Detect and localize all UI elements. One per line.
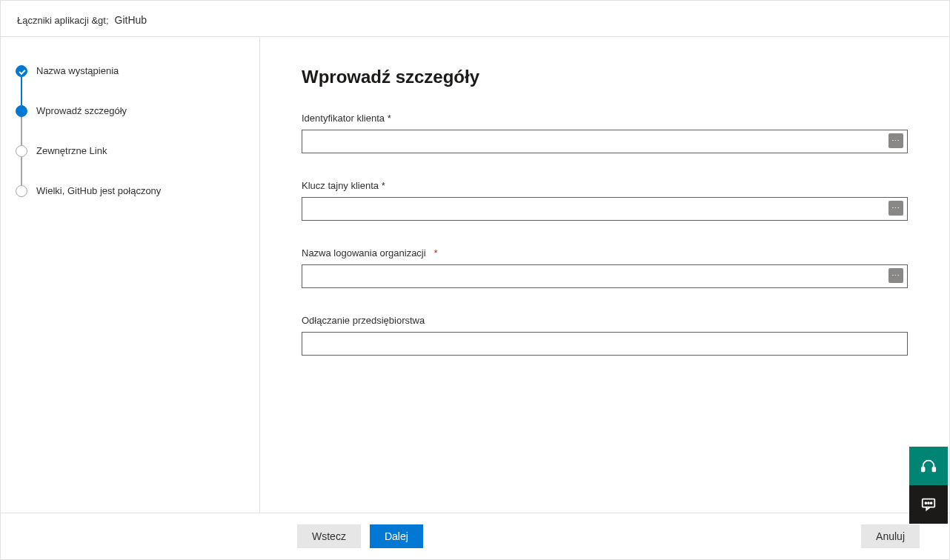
- client-secret-label: Klucz tajny klienta *: [302, 180, 908, 191]
- step-pending-icon: [16, 185, 27, 197]
- input-wrapper: ⋯: [302, 130, 908, 153]
- svg-point-3: [925, 502, 926, 504]
- main-form-panel: Wprowadź szczegóły Identyfikator klienta…: [260, 37, 949, 513]
- step-item-connected[interactable]: Wielki, GitHub jest połączony: [16, 185, 245, 197]
- enterprise-disconnect-input[interactable]: [302, 332, 908, 356]
- step-pending-icon: [16, 145, 27, 157]
- step-completed-icon: [16, 65, 27, 77]
- back-button[interactable]: Wstecz: [297, 524, 361, 548]
- svg-point-5: [931, 502, 932, 504]
- step-label: Wprowadź szczegóły: [36, 105, 127, 117]
- next-button[interactable]: Dalej: [370, 524, 423, 548]
- client-id-input[interactable]: [302, 130, 908, 153]
- step-item-external-link[interactable]: Zewnętrzne Link: [16, 145, 245, 157]
- input-wrapper: [302, 332, 908, 356]
- client-id-label: Identyfikator klienta *: [302, 113, 908, 124]
- floating-widgets: [909, 447, 948, 524]
- step-current-icon: [16, 105, 27, 117]
- form-group-org-login: Nazwa logowania organizacji * ⋯: [302, 247, 908, 288]
- headset-icon: [920, 458, 937, 474]
- breadcrumb-prefix: Łączniki aplikacji &gt;: [17, 15, 109, 26]
- step-item-enter-details[interactable]: Wprowadź szczegóły: [16, 105, 245, 117]
- feedback-widget-button[interactable]: [909, 485, 948, 524]
- breadcrumb-app-name: GitHub: [115, 14, 147, 26]
- enterprise-disconnect-label: Odłączanie przedsiębiorstwa: [302, 315, 908, 326]
- cancel-button[interactable]: Anuluj: [861, 524, 920, 548]
- org-login-label: Nazwa logowania organizacji *: [302, 247, 908, 259]
- step-label: Zewnętrzne Link: [36, 145, 107, 157]
- support-widget-button[interactable]: [909, 447, 948, 485]
- step-connector: [21, 77, 22, 105]
- form-group-client-id: Identyfikator klienta * ⋯: [302, 113, 908, 153]
- wizard-footer: Wstecz Dalej Anuluj: [1, 513, 949, 559]
- page-title: Wprowadź szczegóły: [302, 67, 908, 87]
- footer-right-group: Anuluj: [861, 524, 920, 548]
- header-breadcrumb-bar: Łączniki aplikacji &gt; GitHub: [1, 1, 949, 37]
- step-connector: [21, 117, 22, 145]
- step-label: Wielki, GitHub jest połączony: [36, 185, 161, 197]
- more-options-icon[interactable]: ⋯: [888, 268, 903, 283]
- client-secret-input[interactable]: [302, 197, 908, 221]
- step-connector: [21, 157, 22, 185]
- chat-icon: [920, 496, 937, 513]
- svg-rect-1: [933, 467, 936, 472]
- input-wrapper: ⋯: [302, 197, 908, 221]
- step-label: Nazwa wystąpienia: [36, 65, 119, 77]
- more-options-icon[interactable]: ⋯: [888, 201, 903, 216]
- step-item-instance-name[interactable]: Nazwa wystąpienia: [16, 65, 245, 77]
- org-login-input[interactable]: [302, 264, 908, 288]
- input-wrapper: ⋯: [302, 264, 908, 288]
- form-group-client-secret: Klucz tajny klienta * ⋯: [302, 180, 908, 221]
- svg-point-4: [928, 502, 929, 504]
- form-group-enterprise-disconnect: Odłączanie przedsiębiorstwa: [302, 315, 908, 356]
- more-options-icon[interactable]: ⋯: [888, 133, 903, 148]
- wizard-steps-sidebar: Nazwa wystąpienia Wprowadź szczegóły Zew…: [1, 37, 260, 513]
- svg-rect-0: [922, 467, 925, 472]
- content-area: Nazwa wystąpienia Wprowadź szczegóły Zew…: [1, 37, 949, 513]
